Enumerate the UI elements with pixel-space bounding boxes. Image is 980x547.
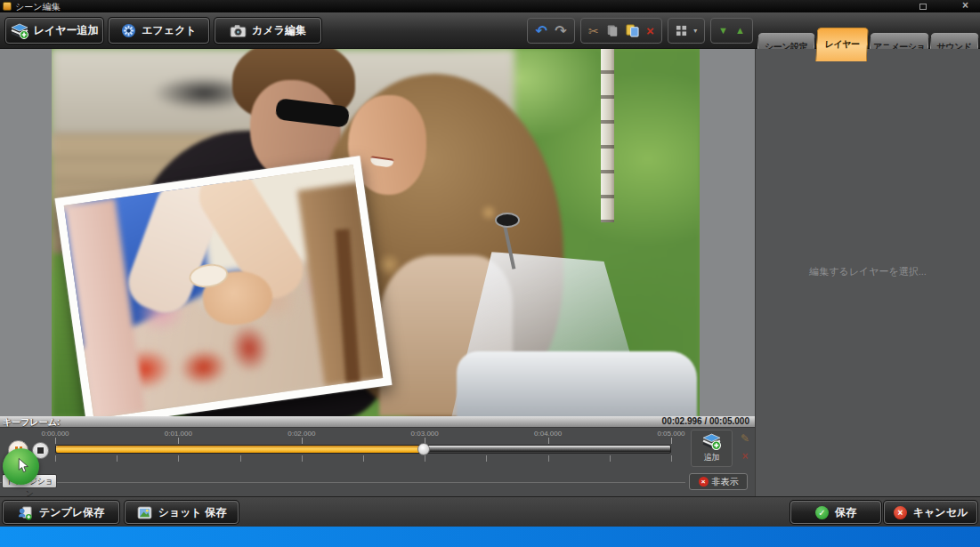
timeline-tick-mark-minor — [55, 455, 56, 462]
cancel-x-icon: × — [894, 506, 907, 519]
restore-window-icon[interactable] — [919, 4, 927, 10]
hide-label: 非表示 — [712, 476, 739, 488]
copy-icon[interactable] — [606, 24, 619, 37]
clipboard-group: ✂ × — [580, 18, 662, 44]
timeline-tick-mark-minor — [117, 455, 117, 462]
app-icon — [3, 2, 12, 11]
layer-order-group: ▼ ▲ — [710, 18, 753, 44]
save-template-button[interactable]: テンプレ保存 — [3, 501, 119, 524]
cancel-button[interactable]: × キャンセル — [884, 501, 977, 524]
window-title: シーン編集 — [15, 1, 60, 13]
inset-photo-layer[interactable] — [55, 156, 393, 416]
stop-icon — [37, 447, 44, 454]
timeline-tick-label: 0:00.000 — [41, 430, 69, 438]
camera-edit-label: カメラ編集 — [252, 23, 306, 38]
scooter-body — [457, 351, 697, 416]
scene-editor-window: シーン編集 × レイヤー追加 エフェクト — [0, 0, 980, 547]
title-bar: シーン編集 × — [0, 0, 980, 12]
timeline-tick-mark-minor — [548, 455, 549, 462]
layer-panel-empty-message: 編集するレイヤーを選択... — [756, 265, 980, 278]
timeline-tick-mark — [178, 438, 179, 444]
timeline-tick-mark-minor — [425, 455, 425, 462]
add-layer-label: レイヤー追加 — [34, 23, 99, 38]
timeline-tick-mark — [302, 438, 303, 444]
timeline-tick-mark-minor — [671, 455, 672, 462]
tab-layer[interactable]: レイヤー — [815, 28, 869, 61]
add-layer-icon — [702, 433, 721, 450]
video-preview[interactable] — [52, 49, 700, 416]
main-toolbar: レイヤー追加 エフェクト カメラ編集 ↶ ↷ ✂ — [0, 12, 980, 49]
timeline-tick-mark — [548, 438, 549, 444]
move-down-icon[interactable]: ▼ — [718, 26, 728, 36]
save-template-label: テンプレ保存 — [39, 505, 104, 520]
taskbar — [0, 527, 980, 547]
timeline-separator — [0, 482, 685, 483]
move-up-icon[interactable]: ▲ — [735, 26, 745, 36]
effect-icon — [121, 23, 136, 38]
timeline-area: 0:00.0000:01.0000:02.0000:03.0000:04.000… — [0, 428, 755, 496]
camera-edit-button[interactable]: カメラ編集 — [215, 18, 321, 44]
timeline-tick-mark — [671, 438, 672, 444]
preview-area — [0, 49, 755, 416]
grid-dropdown-icon[interactable]: ▾ — [693, 28, 697, 35]
keyframe-label: キーフレーム: — [3, 416, 60, 429]
save-shot-button[interactable]: ショット 保存 — [125, 501, 239, 524]
timeline-track[interactable] — [55, 445, 671, 454]
add-keyframe-button[interactable]: 追加 — [691, 430, 733, 467]
grid-view-group: ▾ — [668, 18, 705, 44]
save-template-icon — [18, 505, 33, 520]
timeline-thumb[interactable] — [417, 443, 430, 455]
edit-keyframe-button[interactable]: ✎ — [737, 430, 753, 446]
add-layer-button[interactable]: レイヤー追加 — [5, 18, 103, 44]
delete-icon[interactable]: × — [646, 24, 654, 37]
save-button[interactable]: ✓ 保存 — [790, 501, 881, 524]
save-shot-label: ショット 保存 — [158, 505, 226, 520]
transition-drag-button[interactable] — [3, 448, 39, 485]
hide-button[interactable]: × 非表示 — [689, 473, 748, 490]
birch-trunk — [601, 49, 614, 222]
mouse-cursor-icon — [18, 458, 29, 474]
add-keyframe-label: 追加 — [692, 452, 732, 463]
cut-icon[interactable]: ✂ — [588, 25, 599, 37]
save-label: 保存 — [835, 505, 856, 520]
save-shot-icon — [137, 506, 152, 519]
close-window-icon[interactable]: × — [962, 0, 968, 12]
save-check-icon: ✓ — [815, 506, 829, 519]
redo-icon[interactable]: ↷ — [555, 24, 566, 38]
timeline-tick-label: 0:04.000 — [534, 430, 562, 438]
timeline-tick-mark-minor — [610, 455, 611, 462]
timeline-tick-mark-minor — [302, 455, 303, 462]
cancel-label: キャンセル — [913, 505, 968, 520]
timeline-progress — [56, 446, 424, 453]
hide-icon: × — [699, 477, 709, 487]
effect-button[interactable]: エフェクト — [109, 18, 209, 44]
keyframe-time-display: 00:02.996 / 00:05.000 — [662, 416, 749, 426]
timeline-tick-mark-minor — [363, 455, 364, 462]
grid-icon[interactable] — [676, 25, 687, 36]
paste-icon[interactable] — [626, 24, 639, 37]
timeline-tick-mark-minor — [486, 455, 487, 462]
undo-icon[interactable]: ↶ — [535, 24, 547, 38]
timeline-tick-mark-minor — [240, 455, 241, 462]
timeline-tick-label: 0:01.000 — [165, 430, 192, 438]
add-layer-icon — [11, 23, 28, 39]
scooter-mirror — [495, 213, 520, 228]
timeline-tick-label: 0:05.000 — [657, 430, 684, 438]
effect-label: エフェクト — [142, 23, 196, 38]
timeline-tick-label: 0:03.000 — [411, 430, 439, 438]
keyframe-bar: キーフレーム: 00:02.996 / 00:05.000 — [0, 416, 755, 428]
footer-bar: テンプレ保存 ショット 保存 ✓ 保存 × キャンセル — [0, 496, 980, 527]
timeline-tick-mark — [55, 438, 56, 444]
undo-redo-group: ↶ ↷ — [527, 18, 575, 44]
timeline-tick-mark-minor — [178, 455, 179, 462]
layer-panel: 編集するレイヤーを選択... — [755, 49, 980, 496]
delete-keyframe-button[interactable]: × — [737, 448, 753, 464]
timeline-tick-label: 0:02.000 — [288, 430, 315, 438]
inset-photo-image — [64, 165, 383, 416]
camera-icon — [230, 24, 247, 38]
